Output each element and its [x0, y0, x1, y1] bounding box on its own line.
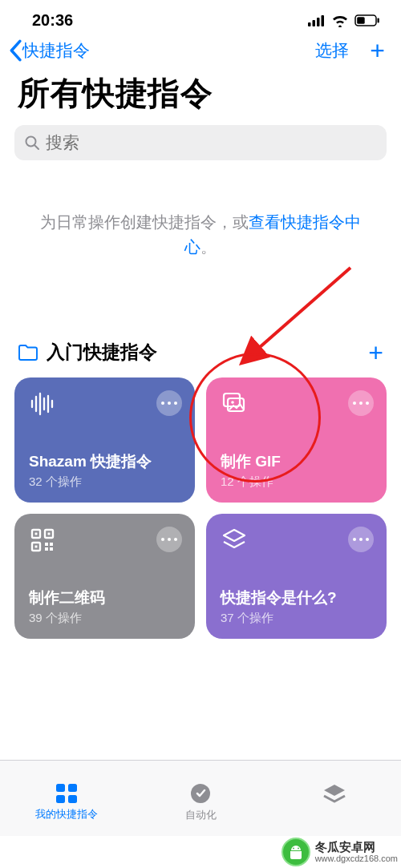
search-bar[interactable] [14, 125, 387, 160]
svg-rect-27 [50, 547, 53, 551]
tab-gallery[interactable]: . [267, 761, 401, 836]
watermark-url: www.dgxcdz168.com [315, 854, 398, 864]
qrcode-icon [29, 527, 56, 554]
svg-rect-30 [68, 784, 77, 792]
tab-automation[interactable]: 自动化 [134, 761, 268, 836]
battery-icon [354, 14, 380, 26]
card-what-is[interactable]: 快捷指令是什么? 37 个操作 [206, 514, 387, 639]
watermark: 冬瓜安卓网 www.dgxcdz168.com [282, 838, 398, 866]
svg-rect-24 [45, 543, 48, 546]
section-folder-button[interactable]: 入门快捷指令 [18, 340, 157, 365]
card-count: 39 个操作 [29, 611, 182, 626]
tab-label: 自动化 [185, 809, 217, 822]
photos-icon [221, 390, 248, 418]
section-title: 入门快捷指令 [47, 340, 157, 365]
back-label: 快捷指令 [22, 39, 90, 62]
svg-rect-22 [48, 533, 51, 535]
layers-icon [221, 527, 248, 554]
tab-my-shortcuts[interactable]: 我的快捷指令 [0, 761, 134, 836]
card-more-button[interactable] [156, 390, 182, 416]
select-button[interactable]: 选择 [315, 39, 349, 62]
svg-rect-15 [224, 394, 240, 406]
card-count: 32 个操作 [29, 474, 182, 490]
card-more-button[interactable] [156, 527, 182, 552]
card-title: 制作二维码 [29, 588, 182, 608]
card-make-gif[interactable]: 制作 GIF 12 个操作 [206, 377, 387, 503]
cellular-icon [308, 15, 326, 26]
grid-icon [55, 782, 79, 805]
tab-label: 我的快捷指令 [35, 808, 98, 822]
automation-icon [188, 781, 213, 805]
card-more-button[interactable] [348, 527, 374, 552]
card-title: 快捷指令是什么? [221, 588, 374, 608]
status-time: 20:36 [32, 11, 73, 30]
waveform-icon [29, 390, 56, 418]
card-count: 37 个操作 [221, 611, 374, 626]
section-header: 入门快捷指令 + [0, 260, 401, 377]
page-title: 所有快捷指令 [0, 67, 401, 125]
svg-point-35 [298, 848, 299, 850]
search-icon [24, 135, 40, 151]
svg-rect-23 [35, 546, 38, 548]
search-input[interactable] [46, 133, 377, 152]
back-button[interactable]: 快捷指令 [8, 39, 90, 62]
card-shazam[interactable]: Shazam 快捷指令 32 个操作 [14, 377, 195, 503]
gallery-icon [322, 783, 346, 805]
shortcut-cards: Shazam 快捷指令 32 个操作 制作 GIF 12 个操作 制作二维码 3… [0, 377, 401, 639]
add-shortcut-button[interactable]: + [370, 39, 385, 62]
status-indicators [308, 14, 380, 27]
svg-rect-6 [378, 18, 379, 23]
tab-bar: 我的快捷指令 自动化 . [0, 760, 401, 836]
svg-rect-5 [357, 17, 365, 24]
nav-bar: 快捷指令 选择 + [0, 34, 401, 67]
svg-rect-1 [313, 20, 316, 26]
folder-icon [18, 344, 38, 361]
svg-line-8 [34, 145, 38, 149]
watermark-title: 冬瓜安卓网 [315, 840, 398, 854]
card-count: 12 个操作 [221, 474, 374, 490]
card-title: Shazam 快捷指令 [29, 452, 182, 471]
card-title: 制作 GIF [221, 452, 374, 471]
svg-rect-32 [68, 795, 77, 803]
empty-info-text: 为日常操作创建快捷指令，或查看快捷指令中心。 [0, 160, 401, 260]
svg-rect-3 [322, 15, 325, 26]
svg-rect-25 [50, 543, 53, 546]
svg-point-17 [231, 401, 234, 404]
card-qrcode[interactable]: 制作二维码 39 个操作 [14, 514, 195, 639]
svg-rect-21 [35, 533, 38, 535]
section-add-button[interactable]: + [368, 341, 383, 364]
status-bar: 20:36 [0, 0, 401, 34]
svg-rect-26 [45, 547, 48, 551]
svg-rect-2 [317, 18, 320, 26]
svg-rect-31 [56, 795, 65, 803]
card-more-button[interactable] [348, 390, 374, 416]
chevron-left-icon [8, 39, 22, 62]
svg-rect-0 [308, 22, 311, 26]
svg-point-34 [293, 848, 294, 850]
android-icon [282, 838, 310, 866]
wifi-icon [331, 14, 349, 27]
svg-rect-29 [56, 784, 65, 792]
